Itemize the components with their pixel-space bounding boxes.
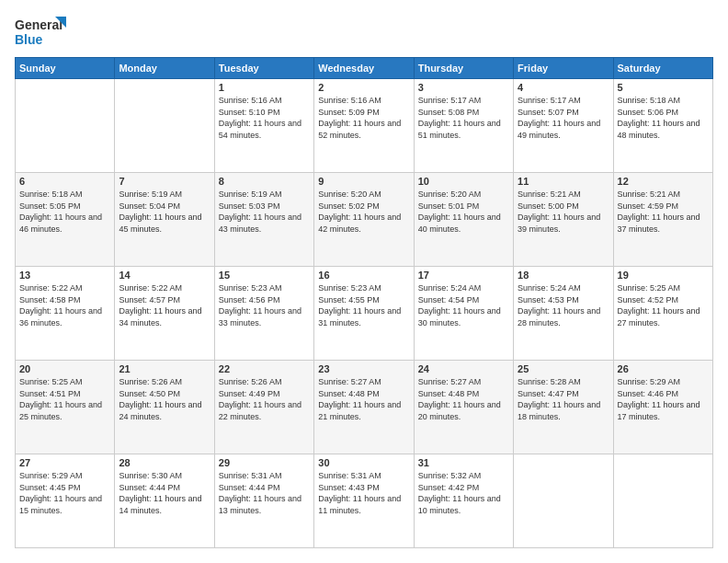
day-info: Sunrise: 5:32 AM Sunset: 4:42 PM Dayligh… — [418, 470, 509, 516]
day-number: 7 — [119, 176, 210, 187]
day-number: 16 — [318, 270, 409, 281]
day-info: Sunrise: 5:16 AM Sunset: 5:09 PM Dayligh… — [318, 95, 409, 141]
calendar-cell: 21Sunrise: 5:26 AM Sunset: 4:50 PM Dayli… — [115, 361, 214, 454]
day-number: 23 — [318, 363, 409, 374]
day-info: Sunrise: 5:20 AM Sunset: 5:01 PM Dayligh… — [418, 189, 509, 235]
calendar-cell: 10Sunrise: 5:20 AM Sunset: 5:01 PM Dayli… — [414, 173, 513, 267]
day-number: 21 — [119, 363, 210, 374]
calendar-cell: 8Sunrise: 5:19 AM Sunset: 5:03 PM Daylig… — [214, 173, 313, 267]
day-header-thursday: Thursday — [414, 58, 513, 79]
day-info: Sunrise: 5:16 AM Sunset: 5:10 PM Dayligh… — [219, 95, 310, 141]
calendar-cell: 9Sunrise: 5:20 AM Sunset: 5:02 PM Daylig… — [314, 173, 414, 267]
day-number: 11 — [518, 176, 609, 187]
day-number: 13 — [19, 270, 110, 281]
logo: GeneralBlue — [15, 15, 70, 48]
day-header-monday: Monday — [115, 58, 214, 79]
day-info: Sunrise: 5:25 AM Sunset: 4:52 PM Dayligh… — [618, 282, 709, 328]
day-number: 14 — [119, 270, 210, 281]
header: GeneralBlue — [15, 15, 713, 48]
day-number: 24 — [418, 363, 509, 374]
calendar-cell: 30Sunrise: 5:31 AM Sunset: 4:43 PM Dayli… — [314, 454, 414, 548]
calendar-cell: 22Sunrise: 5:26 AM Sunset: 4:49 PM Dayli… — [214, 361, 313, 454]
day-number: 17 — [418, 270, 509, 281]
day-number: 22 — [219, 363, 310, 374]
day-number: 8 — [219, 176, 310, 187]
calendar-cell: 20Sunrise: 5:25 AM Sunset: 4:51 PM Dayli… — [16, 361, 115, 454]
day-info: Sunrise: 5:23 AM Sunset: 4:55 PM Dayligh… — [318, 282, 409, 328]
week-row-2: 13Sunrise: 5:22 AM Sunset: 4:58 PM Dayli… — [16, 267, 713, 361]
day-info: Sunrise: 5:27 AM Sunset: 4:48 PM Dayligh… — [318, 376, 409, 422]
day-header-wednesday: Wednesday — [314, 58, 414, 79]
calendar-cell — [613, 454, 712, 548]
calendar-cell — [514, 454, 613, 548]
calendar-cell: 13Sunrise: 5:22 AM Sunset: 4:58 PM Dayli… — [16, 267, 115, 361]
day-info: Sunrise: 5:24 AM Sunset: 4:54 PM Dayligh… — [418, 282, 509, 328]
week-row-1: 6Sunrise: 5:18 AM Sunset: 5:05 PM Daylig… — [16, 173, 713, 267]
svg-text:Blue: Blue — [15, 32, 43, 47]
calendar: SundayMondayTuesdayWednesdayThursdayFrid… — [15, 57, 713, 548]
calendar-cell: 3Sunrise: 5:17 AM Sunset: 5:08 PM Daylig… — [414, 79, 513, 173]
day-number: 31 — [418, 457, 509, 468]
day-number: 6 — [19, 176, 110, 187]
day-info: Sunrise: 5:22 AM Sunset: 4:58 PM Dayligh… — [19, 282, 110, 328]
day-info: Sunrise: 5:18 AM Sunset: 5:06 PM Dayligh… — [618, 95, 709, 141]
calendar-cell: 29Sunrise: 5:31 AM Sunset: 4:44 PM Dayli… — [214, 454, 313, 548]
day-number: 19 — [618, 270, 709, 281]
calendar-cell: 24Sunrise: 5:27 AM Sunset: 4:48 PM Dayli… — [414, 361, 513, 454]
day-info: Sunrise: 5:25 AM Sunset: 4:51 PM Dayligh… — [19, 376, 110, 422]
day-number: 15 — [219, 270, 310, 281]
logo-svg: GeneralBlue — [15, 15, 70, 48]
day-number: 20 — [19, 363, 110, 374]
calendar-cell: 1Sunrise: 5:16 AM Sunset: 5:10 PM Daylig… — [214, 79, 313, 173]
calendar-cell: 4Sunrise: 5:17 AM Sunset: 5:07 PM Daylig… — [514, 79, 613, 173]
day-header-tuesday: Tuesday — [214, 58, 313, 79]
day-info: Sunrise: 5:21 AM Sunset: 5:00 PM Dayligh… — [518, 189, 609, 235]
day-info: Sunrise: 5:30 AM Sunset: 4:44 PM Dayligh… — [119, 470, 210, 516]
calendar-cell: 27Sunrise: 5:29 AM Sunset: 4:45 PM Dayli… — [16, 454, 115, 548]
day-number: 28 — [119, 457, 210, 468]
day-info: Sunrise: 5:23 AM Sunset: 4:56 PM Dayligh… — [219, 282, 310, 328]
day-number: 10 — [418, 176, 509, 187]
day-info: Sunrise: 5:17 AM Sunset: 5:08 PM Dayligh… — [418, 95, 509, 141]
day-number: 25 — [518, 363, 609, 374]
day-info: Sunrise: 5:22 AM Sunset: 4:57 PM Dayligh… — [119, 282, 210, 328]
day-info: Sunrise: 5:28 AM Sunset: 4:47 PM Dayligh… — [518, 376, 609, 422]
day-number: 12 — [618, 176, 709, 187]
calendar-cell: 11Sunrise: 5:21 AM Sunset: 5:00 PM Dayli… — [514, 173, 613, 267]
day-number: 18 — [518, 270, 609, 281]
svg-text:General: General — [15, 17, 63, 32]
calendar-cell: 6Sunrise: 5:18 AM Sunset: 5:05 PM Daylig… — [16, 173, 115, 267]
calendar-cell: 17Sunrise: 5:24 AM Sunset: 4:54 PM Dayli… — [414, 267, 513, 361]
calendar-cell: 5Sunrise: 5:18 AM Sunset: 5:06 PM Daylig… — [613, 79, 712, 173]
day-number: 27 — [19, 457, 110, 468]
day-number: 30 — [318, 457, 409, 468]
day-info: Sunrise: 5:21 AM Sunset: 4:59 PM Dayligh… — [618, 189, 709, 235]
day-info: Sunrise: 5:19 AM Sunset: 5:03 PM Dayligh… — [219, 189, 310, 235]
day-number: 4 — [518, 82, 609, 93]
calendar-cell: 2Sunrise: 5:16 AM Sunset: 5:09 PM Daylig… — [314, 79, 414, 173]
week-row-0: 1Sunrise: 5:16 AM Sunset: 5:10 PM Daylig… — [16, 79, 713, 173]
calendar-cell: 15Sunrise: 5:23 AM Sunset: 4:56 PM Dayli… — [214, 267, 313, 361]
day-info: Sunrise: 5:24 AM Sunset: 4:53 PM Dayligh… — [518, 282, 609, 328]
day-number: 1 — [219, 82, 310, 93]
day-number: 26 — [618, 363, 709, 374]
day-info: Sunrise: 5:26 AM Sunset: 4:49 PM Dayligh… — [219, 376, 310, 422]
page: GeneralBlue SundayMondayTuesdayWednesday… — [0, 0, 728, 563]
day-header-saturday: Saturday — [613, 58, 712, 79]
day-number: 5 — [618, 82, 709, 93]
calendar-body: 1Sunrise: 5:16 AM Sunset: 5:10 PM Daylig… — [16, 79, 713, 548]
day-info: Sunrise: 5:26 AM Sunset: 4:50 PM Dayligh… — [119, 376, 210, 422]
day-info: Sunrise: 5:19 AM Sunset: 5:04 PM Dayligh… — [119, 189, 210, 235]
calendar-cell: 18Sunrise: 5:24 AM Sunset: 4:53 PM Dayli… — [514, 267, 613, 361]
calendar-cell: 28Sunrise: 5:30 AM Sunset: 4:44 PM Dayli… — [115, 454, 214, 548]
week-row-4: 27Sunrise: 5:29 AM Sunset: 4:45 PM Dayli… — [16, 454, 713, 548]
day-header-friday: Friday — [514, 58, 613, 79]
day-info: Sunrise: 5:18 AM Sunset: 5:05 PM Dayligh… — [19, 189, 110, 235]
day-info: Sunrise: 5:31 AM Sunset: 4:44 PM Dayligh… — [219, 470, 310, 516]
calendar-cell: 23Sunrise: 5:27 AM Sunset: 4:48 PM Dayli… — [314, 361, 414, 454]
calendar-header-row: SundayMondayTuesdayWednesdayThursdayFrid… — [16, 58, 713, 79]
calendar-cell: 31Sunrise: 5:32 AM Sunset: 4:42 PM Dayli… — [414, 454, 513, 548]
day-number: 3 — [418, 82, 509, 93]
day-number: 29 — [219, 457, 310, 468]
day-number: 2 — [318, 82, 409, 93]
